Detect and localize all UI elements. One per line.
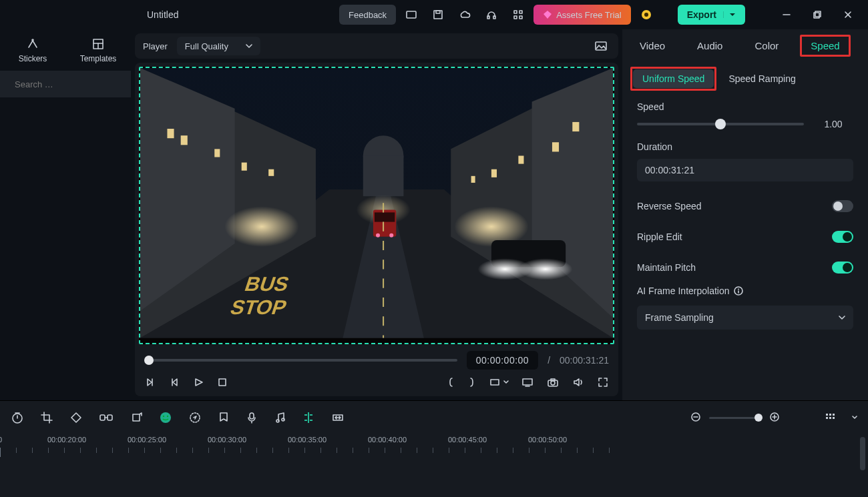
svg-rect-95: [833, 414, 835, 416]
speed-slider-thumb[interactable]: [715, 119, 726, 129]
svg-rect-7: [514, 16, 517, 19]
cloud-icon[interactable]: [453, 5, 476, 25]
fullscreen-icon[interactable]: [597, 376, 609, 388]
headset-icon[interactable]: [480, 5, 503, 25]
rotate-icon[interactable]: [130, 411, 143, 424]
progress-thumb[interactable]: [144, 356, 154, 365]
fit-icon[interactable]: [331, 411, 345, 424]
volume-icon[interactable]: [572, 376, 585, 388]
ripple-edit-label: Ripple Edit: [637, 231, 682, 242]
next-frame-button[interactable]: [168, 376, 180, 388]
chevron-down-icon: [246, 43, 252, 49]
duration-field[interactable]: 00:00:31:21: [637, 159, 853, 181]
timer-icon[interactable]: [11, 411, 24, 424]
ratio-icon[interactable]: [489, 376, 509, 388]
tab-color[interactable]: Color: [748, 36, 785, 55]
crop-icon[interactable]: [40, 411, 53, 424]
sidebar-tab-templates[interactable]: Templates: [65, 29, 131, 71]
info-icon[interactable]: [734, 286, 743, 296]
mask-icon[interactable]: [69, 411, 83, 424]
highlight-icon: [800, 35, 850, 57]
window-minimize-button[interactable]: [773, 5, 800, 25]
svg-rect-71: [100, 415, 105, 420]
zoom-thumb[interactable]: [754, 414, 763, 422]
grid-icon[interactable]: [824, 412, 836, 424]
maintain-pitch-toggle[interactable]: [832, 262, 853, 274]
player-controls: [139, 370, 614, 390]
reverse-speed-toggle[interactable]: [832, 200, 853, 212]
total-duration: 00:00:31:21: [560, 355, 609, 366]
svg-rect-35: [167, 129, 174, 138]
play-button[interactable]: [192, 376, 204, 388]
svg-rect-97: [829, 417, 831, 419]
svg-rect-37: [214, 149, 220, 157]
export-label: Export: [687, 9, 716, 20]
ripple-edit-toggle[interactable]: [832, 231, 853, 243]
snapshot-icon[interactable]: [592, 37, 610, 55]
save-icon[interactable]: [427, 5, 449, 25]
quality-value: Full Quality: [185, 41, 228, 51]
chevron-down-icon: [839, 314, 845, 321]
player-label: Player: [143, 41, 168, 51]
svg-rect-58: [219, 379, 226, 386]
music-icon[interactable]: [274, 411, 286, 424]
export-button[interactable]: Export: [678, 5, 745, 25]
ruler-label: 0: [0, 436, 2, 444]
mark-in-icon[interactable]: [446, 376, 455, 388]
sidebar-tab-label: Stickers: [19, 54, 47, 63]
ruler-label: 00:00:35:00: [288, 436, 327, 444]
tab-audio[interactable]: Audio: [690, 36, 729, 55]
speed-slider[interactable]: [637, 123, 804, 125]
sidebar-tab-stickers[interactable]: Stickers: [0, 29, 65, 71]
feedback-button[interactable]: Feedback: [339, 5, 396, 25]
subtab-uniform-speed[interactable]: Uniform Speed: [633, 69, 714, 88]
maintain-pitch-label: Maintain Pitch: [637, 262, 696, 273]
svg-point-10: [644, 13, 648, 17]
svg-rect-36: [181, 135, 188, 145]
speed-value[interactable]: 1.00: [813, 119, 853, 129]
face-icon[interactable]: [159, 411, 172, 424]
preview-canvas[interactable]: BUS STOP: [139, 67, 614, 344]
progress-track[interactable]: [144, 359, 457, 362]
ruler-label: 00:00:30:00: [208, 436, 246, 444]
mark-out-icon[interactable]: [467, 376, 477, 388]
time-sep: /: [548, 355, 550, 366]
link-icon[interactable]: [99, 411, 114, 424]
subtab-speed-ramping[interactable]: Speed Ramping: [728, 73, 795, 84]
svg-rect-72: [107, 415, 112, 420]
marker-icon[interactable]: [218, 411, 230, 424]
svg-rect-5: [514, 11, 517, 13]
ai-interp-select[interactable]: Frame Sampling: [637, 306, 853, 330]
zoom-in-icon[interactable]: [769, 412, 781, 424]
effect-icon[interactable]: [188, 411, 202, 424]
svg-rect-42: [518, 155, 523, 163]
grid-more-icon[interactable]: [852, 415, 857, 420]
svg-point-80: [276, 420, 279, 422]
coin-icon[interactable]: [635, 5, 658, 25]
window-close-button[interactable]: [835, 5, 861, 25]
tab-speed[interactable]: Speed: [804, 36, 846, 55]
assets-trial-button[interactable]: Assets Free Trial: [533, 5, 631, 25]
device-icon[interactable]: [400, 5, 423, 25]
display-icon[interactable]: [521, 376, 534, 388]
duration-label: Duration: [637, 141, 853, 152]
apps-icon[interactable]: [507, 5, 529, 25]
split-icon[interactable]: [302, 411, 315, 424]
tab-video[interactable]: Video: [633, 36, 672, 55]
svg-text:STOP: STOP: [228, 296, 290, 319]
stop-button[interactable]: [216, 376, 228, 388]
timeline-scrollbar[interactable]: [860, 437, 865, 470]
mic-icon[interactable]: [246, 411, 258, 424]
search-input[interactable]: [13, 79, 128, 90]
zoom-slider[interactable]: [709, 417, 763, 419]
svg-rect-60: [523, 379, 532, 385]
prev-frame-button[interactable]: [144, 376, 156, 388]
zoom-out-icon[interactable]: [690, 412, 702, 424]
window-restore-button[interactable]: [804, 5, 831, 25]
quality-select[interactable]: Full Quality: [177, 37, 260, 55]
svg-rect-96: [826, 417, 828, 419]
project-title: Untitled: [147, 9, 178, 20]
export-more-icon[interactable]: [723, 11, 736, 18]
timeline-ruler[interactable]: 000:00:20:0000:00:25:0000:00:30:0000:00:…: [0, 434, 868, 461]
camera-icon[interactable]: [546, 376, 560, 388]
